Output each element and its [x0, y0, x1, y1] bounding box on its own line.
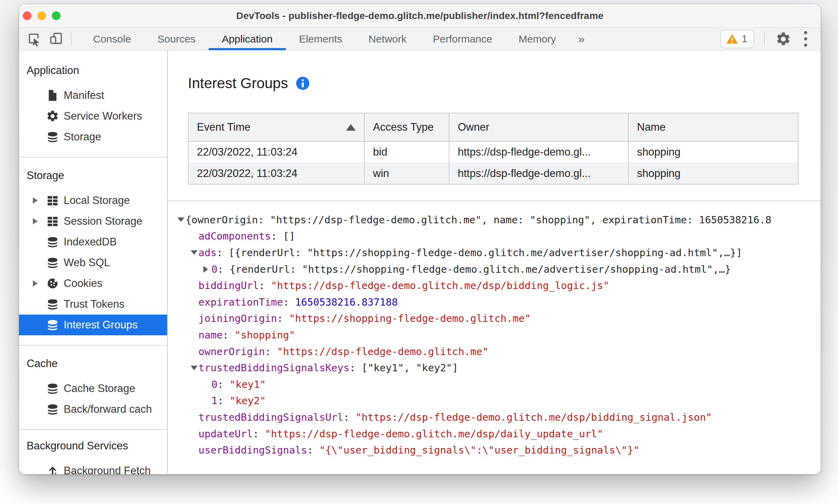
- tree-text-k: name: [199, 329, 223, 341]
- section-title-storage: Storage: [19, 166, 167, 185]
- tree-text-k: ownerOrigin: [199, 346, 265, 357]
- tree-text-k: 0: [211, 379, 217, 390]
- tree-node-userbiddingsignals[interactable]: userBiddingSignals: "{\"user_bidding_sig…: [168, 442, 821, 458]
- cell-access-type: bid: [364, 141, 449, 163]
- database-icon: [46, 256, 59, 269]
- tree-text-k: userBiddingSignals: [199, 444, 307, 456]
- tree-node-trustedbiddingsignalsurl[interactable]: trustedBiddingSignalsUrl: "https://dsp-f…: [168, 409, 821, 426]
- tree-node-ads-0[interactable]: 0: {renderUrl: "https://shopping-fledge-…: [168, 261, 821, 278]
- sidebar-item-storage[interactable]: Storage: [19, 127, 167, 147]
- tab-application[interactable]: Application: [209, 28, 286, 50]
- tab-network[interactable]: Network: [355, 28, 420, 50]
- tree-node-trustedbiddingsignalskeys[interactable]: trustedBiddingSignalsKeys: ["key1", "key…: [168, 360, 821, 376]
- sidebar-item-local-storage[interactable]: Local Storage: [19, 190, 167, 211]
- sidebar-section-cache: CacheCache StorageBack/forward cach: [19, 346, 167, 430]
- sidebar-item-label: Local Storage: [64, 194, 130, 207]
- sidebar-item-trust-tokens[interactable]: Trust Tokens: [19, 294, 167, 315]
- sidebar-item-cookies[interactable]: Cookies: [19, 273, 167, 294]
- sidebar-section-storage: StorageLocal StorageSession StorageIndex…: [19, 158, 167, 346]
- tree-node-root[interactable]: {ownerOrigin: "https://dsp-fledge-demo.g…: [168, 212, 821, 228]
- expand-arrow-icon[interactable]: [33, 280, 46, 287]
- tree-node-ownerorigin[interactable]: ownerOrigin: "https://dsp-fledge-demo.gl…: [168, 343, 821, 360]
- tree-node-keys-0[interactable]: 0: "key1": [168, 376, 821, 393]
- disclosure-triangle-icon[interactable]: [191, 250, 199, 255]
- device-toolbar-button[interactable]: [45, 28, 67, 50]
- sidebar-item-cache-storage[interactable]: Cache Storage: [19, 378, 167, 399]
- tab-elements[interactable]: Elements: [286, 28, 355, 50]
- cell-access-type: win: [364, 163, 449, 184]
- cell-event-time: 22/03/2022, 11:03:24: [188, 141, 364, 163]
- tree-text-s: "https://dsp-fledge-demo.glitch.me/dsp/b…: [355, 411, 712, 423]
- tab-sources[interactable]: Sources: [144, 28, 209, 50]
- tree-text-s: "https://dsp-fledge-demo.glitch.me/dsp/d…: [265, 428, 603, 440]
- expand-arrow-icon[interactable]: [33, 197, 46, 204]
- tree-node-joiningorigin[interactable]: joiningOrigin: "https://shopping-fledge-…: [168, 310, 821, 327]
- column-header-event-time[interactable]: Event Time: [188, 113, 364, 141]
- interest-group-events-table: Event TimeAccess TypeOwnerName 22/03/202…: [188, 113, 799, 185]
- tree-text-k: ads: [199, 247, 217, 259]
- interest-group-detail-tree: {ownerOrigin: "https://dsp-fledge-demo.g…: [168, 200, 821, 474]
- settings-button[interactable]: [774, 31, 792, 47]
- more-tabs-button[interactable]: »: [569, 28, 594, 50]
- sidebar-item-manifest[interactable]: Manifest: [19, 85, 167, 106]
- sidebar-item-label: Back/forward cach: [64, 403, 152, 416]
- tree-node-biddingurl[interactable]: biddingUrl: "https://dsp-fledge-demo.gli…: [168, 277, 821, 294]
- toolbar-divider: [764, 32, 765, 46]
- sidebar-item-back-forward-cach[interactable]: Back/forward cach: [19, 399, 167, 420]
- sidebar-item-interest-groups[interactable]: Interest Groups: [19, 315, 167, 335]
- tab-console[interactable]: Console: [80, 28, 144, 50]
- tree-text-p: :: [344, 411, 356, 423]
- table-row[interactable]: 22/03/2022, 11:03:24winhttps://dsp-fledg…: [188, 163, 798, 184]
- inspect-element-button[interactable]: [23, 28, 45, 50]
- sidebar-item-background-fetch[interactable]: Background Fetch: [19, 460, 167, 474]
- device-toolbar-icon: [49, 31, 64, 47]
- sidebar-item-indexeddb[interactable]: IndexedDB: [19, 232, 167, 252]
- disclosure-triangle-icon[interactable]: [191, 366, 199, 370]
- fullscreen-button[interactable]: [52, 11, 61, 20]
- tree-node-adcomponents[interactable]: adComponents: []: [168, 228, 821, 245]
- tree-text-p: : ["key1", "key2"]: [349, 362, 458, 374]
- tree-node-name[interactable]: name: "shopping": [168, 327, 821, 343]
- tree-text-k: adComponents: [199, 230, 271, 242]
- sidebar-item-service-workers[interactable]: Service Workers: [19, 106, 167, 127]
- column-header-name[interactable]: Name: [628, 113, 798, 141]
- tree-text-k: expirationTime: [199, 296, 283, 308]
- sidebar-item-session-storage[interactable]: Session Storage: [19, 211, 167, 232]
- more-options-button[interactable]: [799, 31, 812, 47]
- tree-text-s: "https://dsp-fledge-demo.glitch.me": [277, 346, 488, 357]
- panel-header: Interest Groups: [168, 50, 821, 92]
- expand-arrow-icon[interactable]: [33, 218, 46, 224]
- table-body: 22/03/2022, 11:03:24bidhttps://dsp-fledg…: [188, 141, 798, 184]
- devtools-window: DevTools - publisher-fledge-demo.glitch.…: [19, 4, 821, 474]
- sidebar-item-web-sql[interactable]: Web SQL: [19, 252, 167, 273]
- tree-text-p: : {renderUrl: "https://shopping-fledge-d…: [217, 263, 731, 275]
- column-header-access-type[interactable]: Access Type: [364, 113, 449, 141]
- tab-performance[interactable]: Performance: [420, 28, 505, 50]
- close-button[interactable]: [23, 11, 31, 20]
- tree-node-expirationtime[interactable]: expirationTime: 1650538216.837188: [168, 294, 821, 310]
- sort-arrow-icon: [346, 124, 356, 131]
- tree-text-n: 1650538216.837188: [295, 296, 398, 308]
- tree-text-k: biddingUrl: [199, 280, 259, 291]
- tree-text-k: trustedBiddingSignalsUrl: [199, 411, 344, 423]
- tree-text-k: 0: [211, 263, 217, 275]
- disclosure-triangle-icon[interactable]: [177, 217, 185, 222]
- column-header-owner[interactable]: Owner: [449, 113, 628, 141]
- tree-text-p: {ownerOrigin: "https://dsp-fledge-demo.g…: [185, 214, 772, 226]
- tree-node-keys-1[interactable]: 1: "key2": [168, 393, 821, 409]
- tree-node-updateurl[interactable]: updateUrl: "https://dsp-fledge-demo.glit…: [168, 426, 821, 442]
- disclosure-triangle-icon[interactable]: [203, 266, 211, 273]
- database-icon: [46, 130, 59, 143]
- tree-text-s: "key1": [229, 379, 266, 390]
- tab-memory[interactable]: Memory: [505, 28, 569, 50]
- tree-node-ads[interactable]: ads: [{renderUrl: "https://shopping-fled…: [168, 244, 821, 261]
- devtools-toolbar: ConsoleSourcesApplicationElementsNetwork…: [19, 28, 821, 50]
- table-row[interactable]: 22/03/2022, 11:03:24bidhttps://dsp-fledg…: [188, 141, 798, 163]
- cookie-icon: [46, 277, 59, 290]
- info-icon[interactable]: [296, 77, 309, 90]
- cell-owner: https://dsp-fledge-demo.gl...: [449, 163, 628, 184]
- titlebar[interactable]: DevTools - publisher-fledge-demo.glitch.…: [19, 4, 821, 28]
- tree-text-p: :: [222, 329, 235, 341]
- minimize-button[interactable]: [37, 11, 46, 20]
- issues-badge[interactable]: 1: [720, 30, 754, 48]
